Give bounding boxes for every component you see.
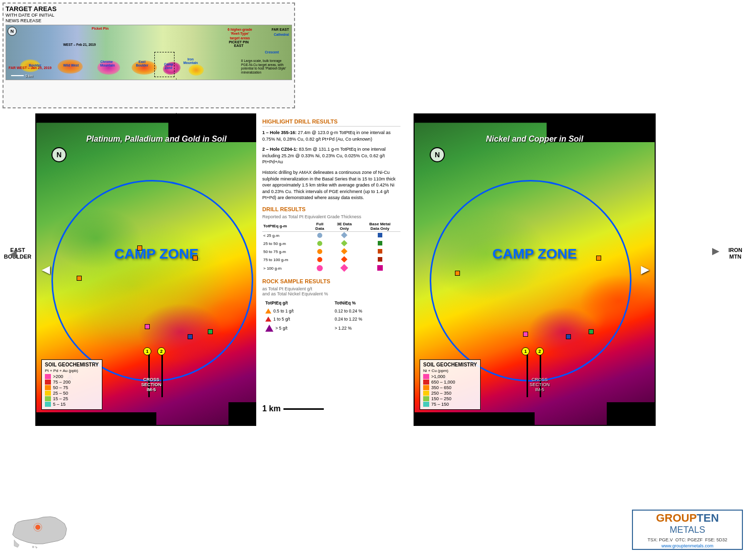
sample-blue-1 — [188, 334, 193, 339]
rock-col-header-pt: TotPtEq g/t — [263, 299, 331, 306]
soil-geochemistry-legend-left: SOIL GEOCHEMISTRY Pt + Pd + Au (ppb) >20… — [41, 359, 102, 410]
company-logo: GROUP TEN METALS TSX: PGE.V OTC: PGEZF F… — [632, 510, 743, 550]
col-header-range: TotPtEq g-m — [262, 221, 310, 232]
label-crescent: Crescent — [265, 50, 279, 54]
inset-subtitle: WITH DATE OF INITIALNEWS RELEASE — [6, 13, 56, 24]
left-map: N Platinum, Palladium and Gold in Soil C… — [35, 113, 277, 426]
right-map-title: Nickel and Copper in Soil — [486, 135, 584, 144]
sample-orange-right-1 — [455, 271, 460, 276]
drill-line-right-1 — [527, 352, 528, 397]
left-arrow-icon: ◄ — [39, 262, 53, 278]
sample-orange-right-2 — [596, 256, 601, 261]
label-far-east: FAR EAST — [271, 28, 289, 31]
sample-orange-3 — [193, 256, 198, 261]
sample-green-1 — [208, 329, 213, 334]
logo-website: www.grouptenmetals.com — [661, 543, 713, 548]
rock-sample-table: TotPtEq g/t TotNiEq % 0.5 to 1 g/t 0.12 … — [262, 298, 400, 334]
inset-map-visual: ↓ FAR EAST Picket Pin PICKET PIN EAST WE… — [6, 25, 292, 80]
drill-line-2 — [161, 352, 163, 397]
logo-ticker: TSX: PGE.V OTC: PGEZF FSE: 5D32 — [648, 537, 727, 542]
usa-map — [10, 510, 71, 550]
rock-row-1: 0.5 to 1 g/t 0.12 to 0.24 % — [263, 307, 399, 315]
rock-sample-subtitle: as Total Pt Equivalent g/tand as Total N… — [262, 286, 400, 296]
label-chrome-mountain: ChromeMountain — [100, 60, 113, 67]
drill-num-right-1: 1 — [522, 347, 530, 355]
sample-orange-2 — [137, 245, 142, 251]
annotation-large-scale: 8 Large-scale, bulk tonnage PGE-Ni-Cu ta… — [241, 59, 286, 75]
highlight-title: HIGHLIGHT DRILL RESULTS — [262, 118, 400, 127]
label-far-west: FAR WEST – Jan 25, 2019 — [9, 66, 51, 70]
historic-text: Historic drilling by AMAX delineates a c… — [262, 169, 400, 201]
legend-units-right: Ni + Cu (ppm) — [423, 368, 477, 373]
legend-title-left: SOIL GEOCHEMISTRY — [45, 362, 99, 367]
logo-group-ten: GROUP TEN — [656, 512, 719, 525]
label-cathedral: Cathedral — [274, 33, 289, 36]
rock-row-2: 1 to 5 g/t 0.24 to 1.22 % — [263, 316, 399, 323]
col-header-3e: 3E DataOnly — [329, 221, 359, 232]
logo-metals-text: METALS — [670, 525, 706, 535]
left-map-title: Platinum, Palladium and Gold in Soil — [86, 135, 226, 144]
drill-results-table: TotPtEq g-m FullData 3E DataOnly Base Me… — [262, 221, 400, 273]
drill-row-3: 50 to 75 g-m — [262, 248, 400, 256]
sample-pink-right — [523, 332, 528, 337]
drill-row-2: 25 to 50 g-m — [262, 240, 400, 248]
label-east-boulder: East Boulder — [135, 60, 150, 67]
legend-title-right: SOIL GEOCHEMISTRY — [423, 362, 477, 367]
rock-row-3: > 5 g/t > 1.22 % — [263, 324, 399, 333]
col-header-base: Base MetalData Only — [359, 221, 400, 232]
camp-zone-circle-right — [430, 180, 631, 382]
rock-sample-title: ROCK SAMPLE RESULTS — [262, 278, 400, 284]
camp-zone-label-right: CAMP ZONE — [492, 246, 577, 262]
scale-label: 1 km — [262, 404, 280, 413]
camp-zone-circle-left — [51, 180, 253, 382]
scale-bar: 1 km — [262, 404, 324, 413]
col-header-full: FullData — [310, 221, 329, 232]
inset-north: N — [8, 27, 17, 36]
right-arrow-icon: ► — [638, 262, 652, 278]
north-compass-right: N — [430, 147, 445, 162]
drill-results-title: DRILL RESULTS — [262, 206, 400, 212]
right-map: N Nickel and Copper in Soil CAMP ZONE 1 … — [414, 113, 656, 426]
logo-group-text: GROUP — [656, 512, 697, 525]
left-direction-arrow: ◄ — [7, 247, 19, 261]
logo-ten-text: TEN — [697, 512, 719, 525]
inset-to-map-arrow: ↓ — [174, 110, 179, 120]
label-camp-zone-inset: CampZone — [163, 63, 174, 70]
label-wild-west: Wild West — [63, 64, 79, 67]
legend-units-left: Pt + Pd + Au (ppb) — [45, 368, 99, 373]
label-picket-pin-east: PICKET PIN EAST — [229, 40, 249, 47]
highlight-text-1: 1 – Hole 355-16: 27.4m @ 123.0 g-m TotPt… — [262, 130, 400, 142]
sample-pink-1 — [145, 324, 150, 329]
iron-mtn-ext-label: IRONMTN — [720, 247, 750, 260]
center-info-panel: HIGHLIGHT DRILL RESULTS 1 – Hole 355-16:… — [256, 113, 407, 426]
highlight-text-2: 2 – Hole CZ04-1: 83.5m @ 131.1 g-m TotPt… — [262, 146, 400, 165]
annotation-higher-grade: 6 higher-grade'Reef-Type'target areas — [218, 28, 261, 40]
cross-section-label: CROSSSECTIONIM-5 — [141, 377, 161, 392]
camp-zone-label-left: CAMP ZONE — [114, 246, 199, 262]
svg-point-0 — [35, 525, 40, 530]
north-compass-left: N — [51, 147, 67, 162]
drill-row-5: > 100 g-m — [262, 264, 400, 273]
soil-geochemistry-legend-right: SOIL GEOCHEMISTRY Ni + Cu (ppm) >1,000 6… — [420, 359, 481, 410]
inset-scale: 5 km — [11, 74, 33, 78]
drill-num-2: 2 — [157, 347, 165, 355]
label-picket-pin: Picket Pin — [92, 27, 108, 30]
drill-row-4: 75 to 100 g-m — [262, 256, 400, 264]
drill-num-1: 1 — [143, 347, 151, 355]
label-iron-mountain: IronMountain — [183, 57, 198, 65]
right-direction-arrow: ► — [710, 244, 722, 258]
drill-results-subtitle: Reported as Total Pt Equivalent Grade Th… — [262, 214, 400, 219]
inset-title: TARGET AREAS — [6, 6, 56, 13]
sample-orange-1 — [77, 276, 82, 281]
drill-num-right-2: 2 — [536, 347, 544, 355]
sample-blue-right — [566, 334, 571, 339]
label-west-feb: WEST – Feb 21, 2019 — [63, 43, 96, 46]
drill-row-1: < 25 g-m — [262, 231, 400, 240]
cross-section-label-right: CROSSSECTIONIM-5 — [530, 377, 550, 392]
rock-col-header-ni: TotNiEq % — [332, 299, 399, 306]
top-inset-map: TARGET AREAS WITH DATE OF INITIALNEWS RE… — [3, 3, 295, 108]
sample-green-right — [589, 329, 594, 334]
